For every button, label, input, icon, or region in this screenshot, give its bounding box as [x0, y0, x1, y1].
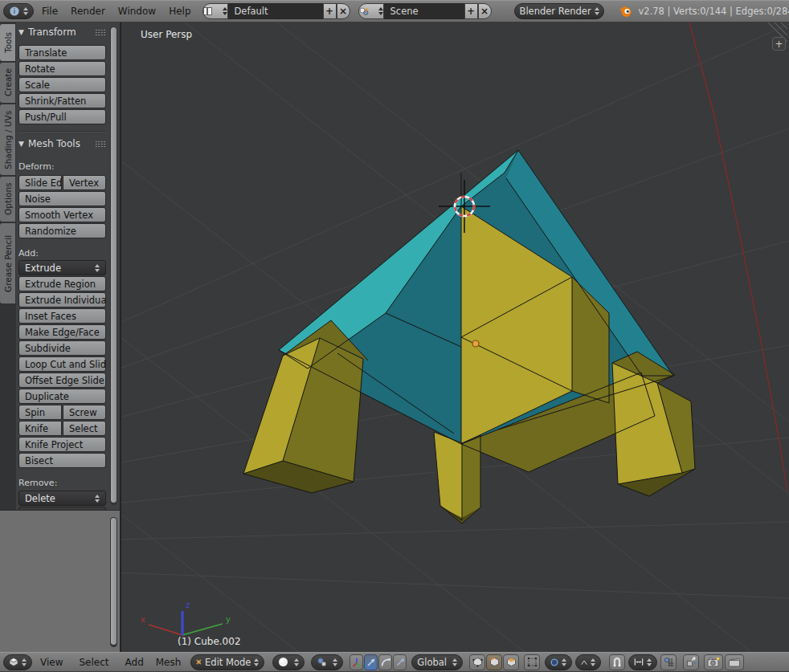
snap-self-icon [664, 657, 674, 667]
render-engine-dropdown[interactable]: Blender Render [514, 3, 604, 19]
axis-y-label: y [226, 615, 231, 624]
vertex-slide-button[interactable]: Vertex [63, 175, 106, 190]
menu-window[interactable]: Window [118, 6, 156, 17]
smooth-vertex-button[interactable]: Smooth Vertex [18, 207, 106, 222]
tool-shelf-panels: ▼ Transform Translate Rotate Scale Shrin… [16, 22, 121, 510]
screen-layout-icon-button[interactable] [202, 3, 228, 19]
panel-grip-icon[interactable] [95, 29, 106, 36]
shelf-tab-create[interactable]: Create [0, 63, 15, 103]
close-scene-button[interactable]: × [478, 3, 492, 19]
proportional-edit-dropdown[interactable] [545, 654, 572, 670]
scale-button[interactable]: Scale [18, 77, 106, 92]
add-layout-button[interactable]: + [323, 3, 337, 19]
view-perspective-label: User Persp [141, 29, 192, 40]
manipulator-toggle-button[interactable] [350, 654, 363, 670]
shelf-tab-tools[interactable]: Tools [0, 24, 15, 61]
shelf-tab-options[interactable]: Options [0, 177, 15, 222]
panel-header-transform[interactable]: ▼ Transform [18, 26, 106, 39]
inset-faces-button[interactable]: Inset Faces [18, 308, 106, 324]
shading-sphere-icon [278, 657, 288, 667]
viewport-shading-dropdown[interactable] [272, 654, 305, 670]
menu-mesh[interactable]: Mesh [156, 657, 182, 668]
svg-text:i: i [14, 7, 15, 15]
translate-button[interactable]: Translate [18, 45, 106, 60]
render-engine-label: Blender Render [520, 6, 591, 17]
shrink-fatten-button[interactable]: Shrink/Fatten [18, 93, 106, 108]
push-pull-button[interactable]: Push/Pull [18, 109, 106, 124]
menu-file[interactable]: File [42, 6, 58, 17]
panel-header-mesh-tools[interactable]: ▼ Mesh Tools [18, 137, 106, 150]
snap-arrows-icon [686, 657, 697, 667]
loop-cut-slide-button[interactable]: Loop Cut and Slide [18, 356, 106, 372]
extrude-individual-button[interactable]: Extrude Individual [18, 292, 106, 307]
info-header: i File Render Window Help Default + × Sc… [0, 0, 789, 22]
offset-edge-slide-button[interactable]: Offset Edge Slide [18, 373, 106, 388]
knife-button[interactable]: Knife [18, 421, 62, 436]
shelf-tab-shading-uvs[interactable]: Shading / UVs [0, 104, 15, 175]
slide-edge-button[interactable]: Slide Ed [18, 175, 62, 190]
axis-cross-icon [352, 658, 362, 667]
snap-element-dropdown[interactable] [628, 654, 657, 670]
close-layout-button[interactable]: × [337, 3, 350, 19]
panel-separator [18, 131, 106, 132]
extrude-dropdown[interactable]: Extrude [18, 260, 106, 275]
tool-shelf-scrollbar[interactable] [110, 26, 117, 505]
face-select-button[interactable] [503, 654, 519, 670]
menu-add[interactable]: Add [125, 657, 144, 668]
make-edge-face-button[interactable]: Make Edge/Face [18, 324, 106, 340]
occlude-geometry-icon [527, 657, 538, 667]
scale-manipulator-button[interactable] [393, 654, 407, 670]
snap-peel-button[interactable] [683, 654, 699, 670]
extrude-region-button[interactable]: Extrude Region [18, 276, 106, 291]
editor-type-selector-info[interactable]: i [3, 3, 34, 19]
subdivide-button[interactable]: Subdivide [18, 340, 106, 356]
translate-manipulator-button[interactable] [364, 654, 378, 670]
plus-icon[interactable]: + [772, 37, 786, 51]
scene-name[interactable]: Scene [384, 3, 464, 19]
randomize-button[interactable]: Randomize [18, 223, 106, 238]
panel-grip-icon[interactable] [95, 141, 106, 148]
limit-selection-visible-button[interactable] [524, 654, 540, 670]
noise-button[interactable]: Noise [18, 191, 106, 206]
spin-button[interactable]: Spin [18, 405, 62, 420]
mode-dropdown[interactable]: Edit Mode [190, 654, 264, 670]
layout-arrows [223, 7, 227, 15]
bisect-button[interactable]: Bisect [18, 453, 106, 468]
transform-orientation-dropdown[interactable]: Global [411, 654, 463, 670]
menu-help[interactable]: Help [169, 6, 190, 17]
3d-viewport[interactable]: User Persp (1) Cube.002 + x y z [121, 22, 789, 652]
camera-icon [707, 657, 720, 667]
axis-x-label: x [141, 615, 145, 624]
pivot-arrows [333, 658, 337, 666]
3d-view-editor-icon [9, 657, 18, 667]
vertex-select-button[interactable] [469, 654, 485, 670]
knife-project-button[interactable]: Knife Project [18, 437, 106, 452]
screen-layout-name[interactable]: Default [228, 3, 323, 19]
rotate-manipulator-button[interactable] [378, 654, 392, 670]
tool-shelf-region: Tools Create Shading / UVs Options Greas… [0, 22, 121, 510]
panel-title: Transform [28, 26, 76, 38]
rotate-button[interactable]: Rotate [18, 61, 106, 76]
mesh-select-mode-group [469, 654, 519, 670]
knife-select-button[interactable]: Select [63, 421, 106, 436]
mode-arrows [254, 658, 259, 666]
opengl-render-anim-button[interactable] [725, 654, 744, 670]
falloff-dropdown[interactable] [575, 654, 601, 670]
operator-region-scrollbar[interactable] [110, 517, 117, 647]
pivot-point-dropdown[interactable] [311, 654, 343, 670]
menu-select[interactable]: Select [79, 657, 108, 668]
shelf-tab-grease-pencil[interactable]: Grease Pencil [0, 223, 15, 303]
delete-dropdown[interactable]: Delete [18, 491, 106, 506]
snap-target-button[interactable] [660, 654, 677, 670]
opengl-render-button[interactable] [704, 654, 723, 670]
menu-view[interactable]: View [40, 657, 63, 668]
edge-select-button[interactable] [486, 654, 502, 670]
menu-render[interactable]: Render [71, 6, 105, 17]
screw-button[interactable]: Screw [63, 405, 106, 420]
duplicate-button[interactable]: Duplicate [18, 389, 106, 404]
snap-increment-icon [634, 658, 644, 666]
snap-toggle-button[interactable] [609, 654, 625, 670]
add-scene-button[interactable]: + [464, 3, 478, 19]
editor-type-selector-3dview[interactable] [3, 654, 32, 670]
scene-icon-button[interactable] [358, 3, 384, 19]
